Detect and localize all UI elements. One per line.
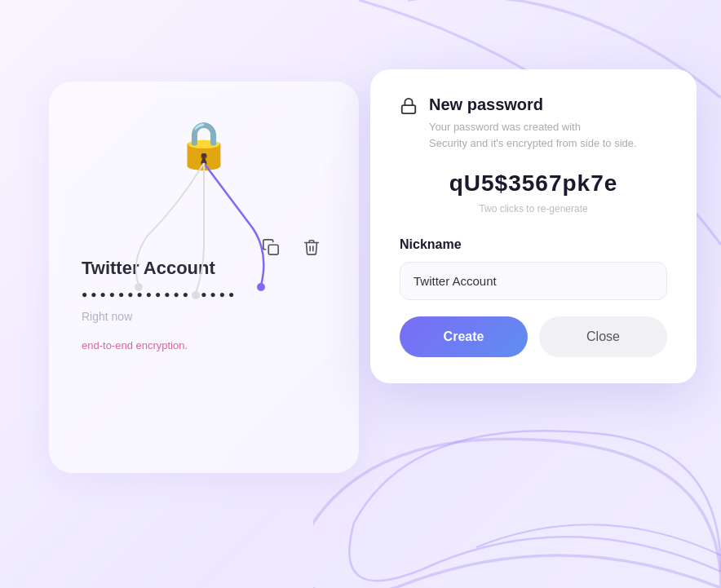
regen-hint: Two clicks to re-generate — [400, 203, 667, 214]
background-card: 🔒 Twitter Account — [49, 82, 359, 473]
encryption-label: end-to-end encryption. — [82, 339, 326, 351]
copy-icon[interactable] — [256, 232, 285, 262]
modal-subtitle: Your password was created withSecurity a… — [429, 119, 637, 151]
modal-actions: Create Close — [400, 316, 667, 357]
new-password-modal: New password Your password was created w… — [370, 69, 697, 383]
entry-time: Right now — [82, 310, 326, 323]
close-button[interactable]: Close — [539, 316, 667, 357]
lock-icon-wrap: 🔒 — [82, 122, 326, 168]
nickname-label: Nickname — [400, 237, 667, 252]
svg-rect-3 — [268, 245, 278, 254]
modal-lock-icon — [400, 97, 418, 120]
nickname-input[interactable] — [400, 262, 667, 300]
lock-icon: 🔒 — [175, 122, 232, 168]
delete-icon[interactable] — [297, 232, 326, 262]
create-button[interactable]: Create — [400, 316, 528, 357]
modal-header-text: New password Your password was created w… — [429, 95, 637, 151]
password-dots: ●●●●●●●●●●●●●●●●● — [82, 289, 326, 300]
modal-title: New password — [429, 95, 637, 114]
action-icons-row — [256, 232, 326, 262]
generated-password: qU5$3567pk7e — [400, 170, 667, 197]
svg-rect-4 — [402, 105, 416, 113]
modal-header: New password Your password was created w… — [400, 95, 667, 151]
